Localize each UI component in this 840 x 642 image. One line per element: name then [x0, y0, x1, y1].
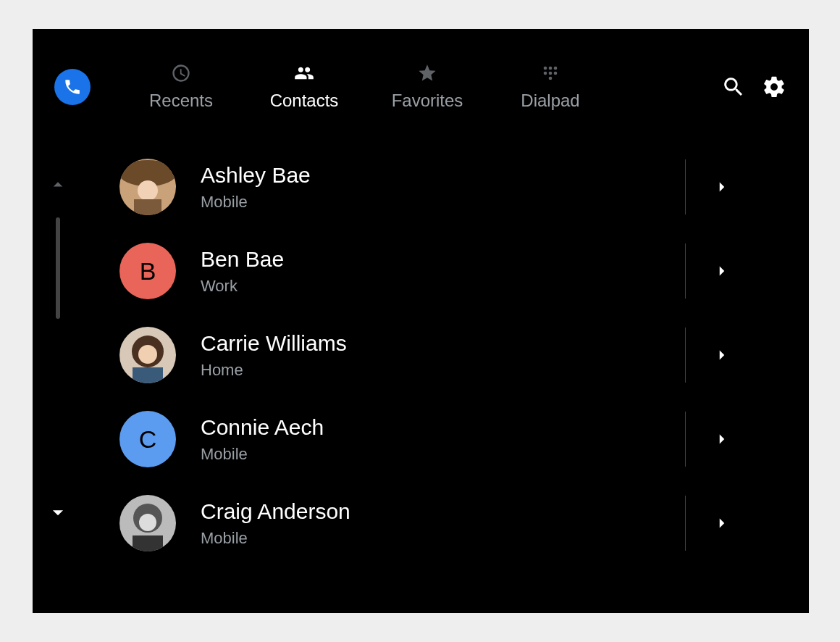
star-icon	[417, 63, 437, 83]
search-button[interactable]	[713, 67, 754, 107]
svg-rect-10	[134, 199, 161, 215]
search-icon	[721, 75, 746, 99]
contact-name: Connie Aech	[201, 414, 780, 441]
svg-point-17	[139, 514, 156, 531]
contact-row[interactable]: Ashley Bae Mobile	[119, 145, 780, 229]
header: Recents Contacts Favorites Dialpad	[33, 29, 809, 145]
svg-rect-14	[133, 367, 163, 383]
row-divider	[685, 328, 686, 383]
svg-point-9	[138, 180, 158, 201]
contact-detail-button[interactable]	[707, 481, 736, 565]
contact-row[interactable]: C Connie Aech Mobile	[119, 397, 780, 481]
contact-name: Ben Bae	[201, 246, 780, 272]
scroll-down-button[interactable]	[33, 500, 83, 525]
contact-name: Ashley Bae	[201, 162, 780, 188]
tab-recents[interactable]: Recents	[119, 63, 243, 111]
tab-dialpad[interactable]: Dialpad	[489, 63, 612, 111]
tab-contacts-label: Contacts	[270, 91, 339, 111]
svg-point-6	[549, 77, 553, 80]
avatar: C	[119, 411, 176, 467]
avatar	[119, 159, 176, 215]
avatar: B	[119, 243, 176, 299]
contact-row[interactable]: Carrie Williams Home	[119, 313, 780, 397]
svg-rect-18	[133, 535, 163, 551]
contact-name: Carrie Williams	[201, 330, 780, 357]
contact-row[interactable]: B Ben Bae Work	[119, 229, 780, 313]
row-divider	[685, 159, 686, 214]
tab-favorites-label: Favorites	[392, 91, 463, 111]
gear-icon	[762, 75, 786, 99]
dialer-app: Recents Contacts Favorites Dialpad	[33, 29, 809, 613]
phone-icon	[63, 78, 82, 96]
clock-icon	[171, 63, 191, 83]
svg-point-3	[544, 72, 547, 75]
contact-detail-button[interactable]	[707, 397, 736, 481]
contact-label: Mobile	[201, 445, 780, 464]
chevron-right-icon	[713, 430, 731, 449]
avatar-initial: C	[139, 425, 157, 454]
scroll-up-button[interactable]	[33, 174, 83, 196]
contacts-list: Ashley Bae Mobile B Ben Bae Work	[119, 145, 780, 613]
tab-favorites[interactable]: Favorites	[366, 63, 489, 111]
avatar	[119, 327, 176, 383]
contact-name: Craig Anderson	[201, 499, 780, 525]
contact-label: Mobile	[201, 529, 780, 548]
contact-row[interactable]: Craig Anderson Mobile	[119, 481, 780, 565]
svg-point-2	[554, 67, 558, 70]
avatar-initial: B	[140, 257, 156, 285]
chevron-right-icon	[713, 514, 731, 533]
tab-recents-label: Recents	[149, 91, 213, 111]
contact-info: Connie Aech Mobile	[201, 414, 780, 464]
avatar-photo-placeholder	[119, 159, 176, 215]
avatar-photo-placeholder	[119, 495, 176, 551]
tab-dialpad-label: Dialpad	[521, 91, 579, 111]
contact-label: Home	[201, 361, 780, 380]
chevron-right-icon	[713, 346, 731, 364]
chevron-right-icon	[713, 178, 731, 196]
contact-info: Craig Anderson Mobile	[201, 499, 780, 548]
svg-point-5	[554, 72, 558, 75]
content-area: Ashley Bae Mobile B Ben Bae Work	[33, 145, 809, 613]
contact-detail-button[interactable]	[707, 229, 736, 313]
tab-contacts[interactable]: Contacts	[243, 63, 366, 111]
contact-info: Carrie Williams Home	[201, 330, 780, 380]
svg-point-4	[549, 72, 553, 75]
settings-button[interactable]	[754, 67, 794, 107]
svg-point-13	[138, 345, 157, 364]
tab-bar: Recents Contacts Favorites Dialpad	[119, 63, 612, 111]
people-icon	[294, 63, 314, 83]
contact-detail-button[interactable]	[707, 313, 736, 397]
avatar	[119, 495, 176, 551]
phone-fab-button[interactable]	[54, 69, 91, 105]
row-divider	[685, 412, 686, 467]
contact-label: Mobile	[201, 193, 780, 212]
chevron-right-icon	[713, 262, 731, 280]
avatar-photo-placeholder	[119, 327, 176, 383]
row-divider	[685, 243, 686, 299]
svg-point-1	[549, 67, 553, 70]
contact-info: Ben Bae Work	[201, 246, 780, 296]
scroll-controls	[33, 145, 83, 613]
chevron-down-icon	[46, 500, 70, 525]
contact-label: Work	[201, 277, 780, 296]
chevron-up-icon	[47, 174, 69, 196]
contact-info: Ashley Bae Mobile	[201, 162, 780, 212]
scrollbar-thumb[interactable]	[56, 217, 60, 319]
row-divider	[685, 496, 686, 551]
svg-point-0	[544, 67, 547, 70]
contact-detail-button[interactable]	[707, 145, 736, 229]
dialpad-icon	[540, 63, 560, 83]
